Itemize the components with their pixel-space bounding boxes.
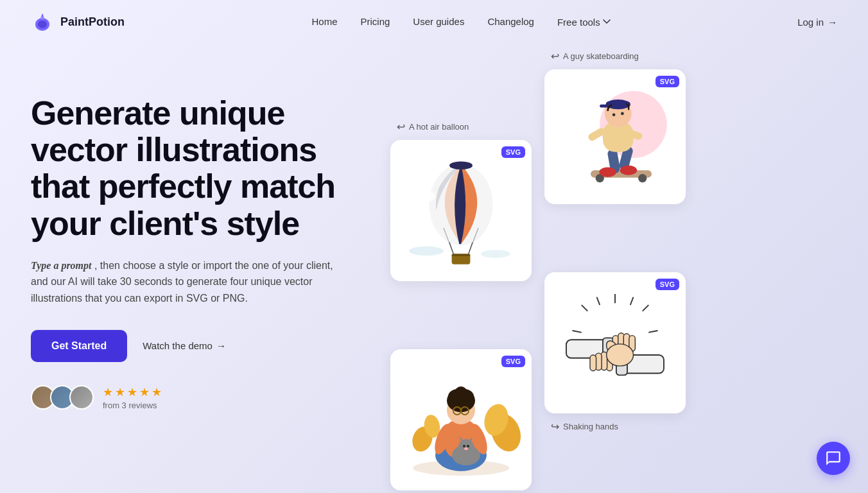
- login-button[interactable]: Log in →: [797, 17, 837, 28]
- skater-svg-badge: SVG: [655, 76, 679, 87]
- illustrations-col-1: ↩ A hot air balloon SVG: [390, 108, 532, 493]
- skater-card-wrapper: ↩ A guy skateboarding SVG: [544, 69, 686, 204]
- handshake-label: ↪ Shaking hands: [551, 420, 618, 433]
- nav-user-guides[interactable]: User guides: [413, 16, 464, 27]
- nav-changelog[interactable]: Changelog: [487, 16, 534, 27]
- balloon-card: SVG: [390, 140, 532, 281]
- chat-button[interactable]: [817, 442, 850, 475]
- balloon-card-wrapper: ↩ A hot air balloon SVG: [390, 140, 532, 281]
- hero-right: ↩ A hot air balloon SVG: [390, 69, 837, 493]
- svg-line-59: [582, 305, 588, 311]
- star-rating: ★ ★ ★ ★ ★: [103, 385, 162, 399]
- svg-rect-12: [452, 254, 471, 257]
- nav-free-tools[interactable]: Free tools: [557, 17, 611, 28]
- logo-icon: [31, 10, 54, 33]
- svg-point-1: [38, 21, 47, 28]
- handshake-svg-badge: SVG: [655, 279, 679, 290]
- hero-subtitle: Type a prompt , then choose a style or i…: [31, 257, 339, 307]
- svg-line-57: [643, 305, 649, 311]
- reviews-row: ★ ★ ★ ★ ★ from 3 reviews: [31, 385, 365, 410]
- balloon-label: ↩ A hot air balloon: [397, 121, 469, 133]
- woman-svg-badge: SVG: [501, 356, 525, 367]
- svg-rect-75: [590, 355, 596, 371]
- svg-point-3: [409, 246, 444, 255]
- navbar: PaintPotion Home Pricing User guides Cha…: [0, 0, 868, 44]
- balloon-svg-badge: SVG: [501, 146, 525, 158]
- reviewer-avatars: [31, 385, 94, 410]
- reviews-info: ★ ★ ★ ★ ★ from 3 reviews: [103, 385, 162, 410]
- svg-point-15: [406, 193, 421, 202]
- watch-demo-button[interactable]: Watch the demo →: [143, 340, 226, 351]
- handshake-arrow-icon: ↪: [551, 420, 559, 433]
- skater-card: SVG: [544, 69, 686, 204]
- svg-point-14: [419, 191, 435, 201]
- chevron-down-icon: [603, 19, 611, 24]
- balloon-arrow-icon: ↩: [397, 121, 405, 133]
- nav-links: Home Pricing User guides Changelog Free …: [311, 16, 610, 28]
- svg-point-45: [599, 168, 616, 177]
- nav-home[interactable]: Home: [311, 16, 337, 27]
- hero-section: Generate unique vector illustrations tha…: [0, 44, 868, 493]
- svg-rect-53: [600, 105, 609, 108]
- skater-illustration: [544, 69, 686, 204]
- svg-point-4: [482, 250, 510, 258]
- get-started-button[interactable]: Get Started: [31, 330, 127, 362]
- svg-point-54: [612, 113, 616, 116]
- svg-line-58: [648, 331, 657, 333]
- chat-icon: [825, 450, 842, 467]
- svg-line-61: [630, 297, 634, 305]
- woman-cat-card: SVG: [390, 349, 532, 490]
- svg-point-35: [467, 445, 469, 447]
- illustrations-col-2: ↩ A guy skateboarding SVG: [544, 69, 686, 493]
- svg-point-34: [463, 445, 465, 447]
- svg-point-6: [449, 162, 473, 170]
- svg-point-46: [620, 166, 638, 175]
- hero-left: Generate unique vector illustrations tha…: [31, 69, 365, 410]
- reviews-count: from 3 reviews: [103, 401, 162, 410]
- woman-cat-card-wrapper: SVG: [390, 349, 532, 490]
- woman-cat-illustration: [390, 349, 532, 490]
- svg-point-31: [458, 439, 474, 454]
- svg-point-55: [621, 112, 624, 116]
- hero-title: Generate unique vector illustrations tha…: [31, 95, 365, 242]
- svg-point-42: [638, 174, 647, 182]
- nav-pricing[interactable]: Pricing: [360, 16, 390, 27]
- skater-arrow-icon: ↩: [551, 50, 559, 62]
- avatar-3: [69, 385, 94, 410]
- logo[interactable]: PaintPotion: [31, 10, 125, 33]
- svg-point-76: [607, 344, 634, 366]
- balloon-illustration: [390, 140, 532, 281]
- brand-name: PaintPotion: [60, 15, 125, 29]
- illustrations-container: ↩ A hot air balloon SVG: [390, 69, 868, 493]
- handshake-illustration: [544, 272, 686, 413]
- svg-point-26: [455, 386, 467, 399]
- svg-point-36: [464, 447, 468, 450]
- hero-cta: Get Started Watch the demo →: [31, 330, 365, 362]
- svg-point-2: [40, 17, 44, 19]
- skater-label: ↩ A guy skateboarding: [551, 50, 639, 62]
- svg-line-60: [573, 331, 582, 333]
- svg-line-62: [597, 297, 600, 305]
- handshake-card-wrapper: SVG: [544, 272, 686, 413]
- handshake-card: SVG: [544, 272, 686, 413]
